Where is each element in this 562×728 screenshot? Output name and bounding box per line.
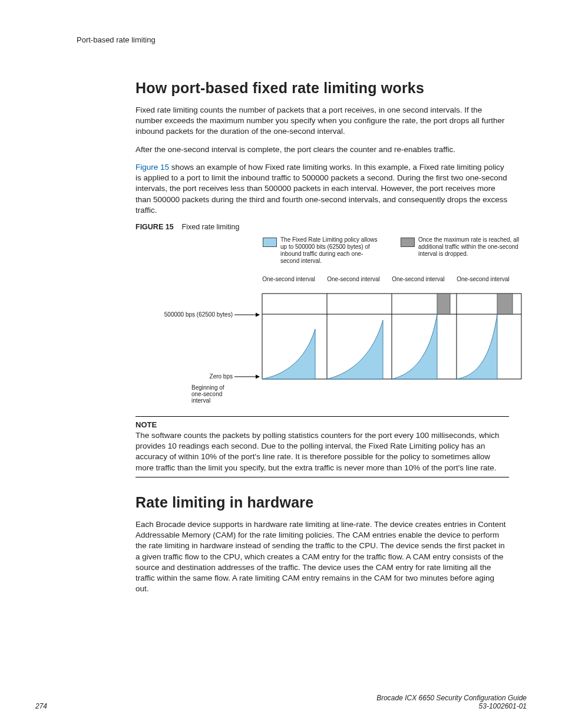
figure-label: FIGURE 15 — [135, 223, 174, 231]
heading-hardware: Rate limiting in hardware — [135, 494, 509, 511]
note-body: The software counts the packets by polli… — [135, 430, 509, 473]
note-heading: NOTE — [135, 420, 509, 429]
footer-book-title: Brocade ICX 6650 Security Configuration … — [376, 694, 527, 702]
para-3: Figure 15 shows an example of how Fixed … — [135, 162, 509, 216]
footer-doc-number: 53-1002601-01 — [376, 702, 527, 710]
xref-figure15[interactable]: Figure 15 — [135, 163, 169, 172]
running-head: Port-based rate limiting — [77, 35, 527, 44]
svg-rect-14 — [437, 294, 450, 314]
figure-caption: FIGURE 15 Fixed rate limiting — [135, 223, 509, 231]
page-footer: 274 Brocade ICX 6650 Security Configurat… — [0, 694, 562, 710]
content-column: How port-based fixed rate limiting works… — [82, 80, 527, 594]
figure-title: Fixed rate limiting — [182, 223, 240, 231]
heading-how-works: How port-based fixed rate limiting works — [135, 80, 509, 97]
svg-rect-20 — [497, 294, 513, 314]
page-number: 274 — [35, 702, 47, 710]
note-block: NOTE The software counts the packets by … — [135, 416, 509, 477]
page: Port-based rate limiting How port-based … — [0, 0, 562, 728]
para-2: After the one-second interval is complet… — [135, 144, 509, 155]
para-4: Each Brocade device supports in hardware… — [135, 519, 509, 595]
para-1: Fixed rate limiting counts the number of… — [135, 105, 509, 137]
chart-svg — [135, 235, 548, 411]
para-3-rest: shows an example of how Fixed rate limit… — [135, 163, 507, 215]
figure-15: The Fixed Rate Limiting policy allows up… — [135, 235, 548, 411]
